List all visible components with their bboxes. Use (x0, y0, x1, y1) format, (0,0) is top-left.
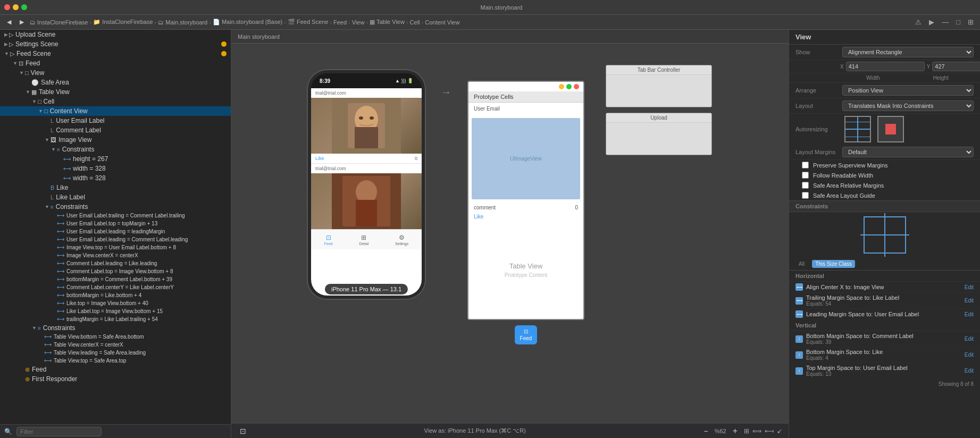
run-icon[interactable]: ▶ (927, 17, 936, 27)
arrange-select[interactable]: Position View (842, 85, 974, 96)
canvas-scroll[interactable]: 8:39 ▲ ))) 🔋 trial@trial.com (231, 44, 789, 423)
sidebar-item-constraints-tv[interactable]: ≡ Constraints (0, 323, 231, 333)
sidebar-item-table-view[interactable]: ▦ Table View (0, 87, 231, 97)
tree-arrow[interactable] (26, 89, 30, 95)
sidebar-item-cell[interactable]: □ Cell (0, 97, 231, 106)
v-edit-1[interactable]: Edit (965, 336, 974, 342)
breadcrumb-item[interactable]: Cell (410, 19, 420, 26)
sidebar-item-view[interactable]: □ View (0, 68, 231, 78)
breadcrumb-item[interactable]: View (352, 19, 365, 26)
sidebar-item-like-label[interactable]: L Like Label (0, 192, 231, 202)
zoom-icon-3[interactable]: ⟻ (765, 427, 774, 435)
sidebar-item-c1[interactable]: ⟷ User Email Label.trailing = Comment La… (0, 212, 231, 220)
tab-detail[interactable]: ⊞ Detail (359, 234, 368, 246)
v-edit-3[interactable]: Edit (965, 368, 974, 374)
tree-arrow[interactable] (4, 41, 8, 47)
show-select[interactable]: Alignment Rectangle (842, 47, 974, 57)
h-edit-3[interactable]: Edit (965, 311, 974, 317)
sidebar-item-user-email-label[interactable]: L User Email Label (0, 116, 231, 125)
sidebar-item-c7[interactable]: ⟷ Comment Label.leading = Like.leading (0, 259, 231, 267)
sidebar-item-first-responder[interactable]: ⊛ First Responder (0, 374, 231, 384)
sidebar-item-safe-area[interactable]: ⚪ Safe Area (0, 78, 231, 87)
tree-arrow[interactable] (45, 137, 49, 142)
filter-input[interactable] (16, 427, 102, 436)
sidebar-item-c14[interactable]: ⟷ trailingMargin = Like Label.trailing +… (0, 315, 231, 323)
sidebar-item-settings-scene[interactable]: ▷ Settings Scene (0, 39, 231, 49)
sidebar-item-c9[interactable]: ⟷ bottomMargin = Comment Label.bottom + … (0, 275, 231, 283)
more-icon[interactable]: ⊞ (966, 17, 976, 27)
breadcrumb-item[interactable]: ▦ Table View (370, 19, 405, 26)
breadcrumb-item[interactable]: 🗂 InstaCloneFirebase (30, 19, 88, 26)
preserve-superview-checkbox[interactable] (802, 162, 809, 169)
sidebar-item-tv-c4[interactable]: ⟷ Table View.top = Safe Area.top (0, 357, 231, 365)
storyboard-toggle[interactable]: ⊡ (238, 427, 248, 435)
sidebar-item-image-view[interactable]: 🖼 Image View (0, 135, 231, 145)
sidebar-item-c4[interactable]: ⟷ User Email Label.leading = Comment Lab… (0, 235, 231, 243)
layout-margins-select[interactable]: Default (842, 147, 974, 157)
sidebar-item-feed-footer[interactable]: ⊛ Feed (0, 365, 231, 374)
sidebar-item-feed-scene[interactable]: ▷ Feed Scene (0, 49, 231, 58)
sidebar-item-height-267[interactable]: ⟷ height = 267 (0, 154, 231, 164)
tab-this-size[interactable]: This Size Class (812, 260, 855, 268)
zoom-icon-4[interactable]: ↙ (777, 427, 782, 435)
v-edit-2[interactable]: Edit (965, 352, 974, 358)
like-button-1[interactable]: Like (315, 156, 324, 161)
sidebar-item-c10[interactable]: ⟷ Comment Label.centerY = Like Label.cen… (0, 283, 231, 291)
inspector-icon[interactable]: □ (954, 17, 962, 27)
sidebar-item-width-328a[interactable]: ⟷ width = 328 (0, 164, 231, 173)
tree-arrow[interactable] (13, 61, 18, 66)
sidebar-item-c2[interactable]: ⟷ User Email Label.top = topMargin + 13 (0, 220, 231, 228)
h-edit-1[interactable]: Edit (965, 284, 974, 290)
maximize-button[interactable] (21, 4, 27, 10)
tab-feed[interactable]: ⊡ Feed (324, 234, 333, 246)
zoom-in-button[interactable]: + (731, 426, 740, 436)
h-edit-2[interactable]: Edit (965, 298, 974, 304)
zoom-icon-2[interactable]: ⟺ (752, 427, 761, 435)
proto-like-btn[interactable]: Like (468, 213, 583, 221)
y-input[interactable] (932, 62, 980, 71)
sidebar-item-constraints-image[interactable]: ≡ Constraints (0, 145, 231, 154)
sidebar-item-content-view[interactable]: □ Content View (0, 106, 231, 116)
sidebar-item-upload-scene[interactable]: ▷ Upload Scene (0, 30, 231, 39)
sidebar-item-width-328b[interactable]: ⟷ width = 328 (0, 173, 231, 183)
tree-arrow[interactable] (4, 51, 9, 56)
safe-area-layout-checkbox[interactable] (802, 192, 809, 199)
follow-readable-checkbox[interactable] (802, 172, 809, 179)
close-button[interactable] (4, 4, 10, 10)
sidebar-item-tv-c2[interactable]: ⟷ Table View.centerX = centerX (0, 341, 231, 349)
sidebar-item-tv-c1[interactable]: ⟷ Table View.bottom = Safe Area.bottom (0, 333, 231, 341)
sidebar-item-c6[interactable]: ⟷ Image View.centerX = centerX (0, 251, 231, 259)
zoom-out-button[interactable]: − (701, 427, 710, 435)
sidebar-item-c8[interactable]: ⟷ Comment Label.top = Image View.bottom … (0, 267, 231, 275)
layout-select[interactable]: Translates Mask Into Constraints (842, 100, 974, 111)
sidebar-item-comment-label[interactable]: L Comment Label (0, 125, 231, 135)
breadcrumb-item[interactable]: Content View (425, 19, 459, 26)
tree-arrow[interactable] (38, 108, 43, 114)
minimize-button[interactable] (13, 4, 19, 10)
forward-button[interactable]: ▶ (17, 18, 27, 27)
sidebar-item-c11[interactable]: ⟷ bottomMargin = Like.bottom + 4 (0, 291, 231, 299)
sidebar-item-constraints-main[interactable]: ≡ Constraints (0, 202, 231, 212)
breadcrumb-item[interactable]: 📄 Main.storyboard (Base) (213, 19, 282, 26)
sidebar-item-c5[interactable]: ⟷ Image View.top = User Email Label.bott… (0, 243, 231, 251)
x-input[interactable] (846, 62, 925, 71)
tree-arrow[interactable] (4, 32, 8, 37)
sidebar-item-c12[interactable]: ⟷ Like.top = Image View.bottom + 40 (0, 299, 231, 307)
tree-arrow[interactable] (45, 204, 49, 209)
breadcrumb-item[interactable]: 📁 InstaCloneFirebase (93, 19, 153, 26)
sidebar-item-c3[interactable]: ⟷ User Email Label.leading = leadingMarg… (0, 228, 231, 235)
breadcrumb-item[interactable]: Feed (333, 19, 347, 26)
breadcrumb-item[interactable]: 🗂 Main.storyboard (158, 19, 207, 26)
tree-arrow[interactable] (32, 99, 37, 104)
sidebar-item-c13[interactable]: ⟷ Like Label.top = Image View.bottom + 1… (0, 307, 231, 315)
tree-arrow[interactable] (19, 70, 24, 75)
tab-all[interactable]: All (795, 260, 808, 268)
back-button[interactable]: ◀ (4, 18, 14, 27)
tree-arrow[interactable] (51, 147, 56, 152)
safe-area-relative-checkbox[interactable] (802, 182, 809, 189)
tab-settings[interactable]: ⚙ Settings (395, 234, 408, 246)
tree-arrow[interactable] (32, 325, 37, 331)
sidebar-item-tv-c3[interactable]: ⟷ Table View.leading = Safe Area.leading (0, 349, 231, 357)
sidebar-item-feed[interactable]: ⊡ Feed (0, 58, 231, 68)
fit-screen-icon[interactable]: ⊞ (744, 427, 749, 435)
